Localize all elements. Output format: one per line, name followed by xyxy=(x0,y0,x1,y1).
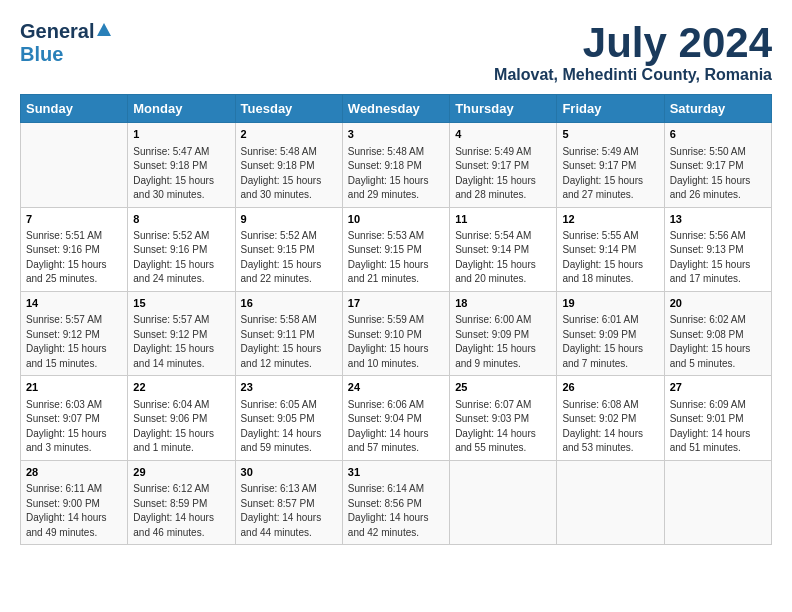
cell-info: Sunrise: 6:09 AM Sunset: 9:01 PM Dayligh… xyxy=(670,398,766,456)
cell-info: Sunrise: 5:48 AM Sunset: 9:18 PM Dayligh… xyxy=(348,145,444,203)
day-number: 14 xyxy=(26,296,122,311)
calendar-cell: 14Sunrise: 5:57 AM Sunset: 9:12 PM Dayli… xyxy=(21,291,128,375)
cell-info: Sunrise: 6:01 AM Sunset: 9:09 PM Dayligh… xyxy=(562,313,658,371)
calendar-cell: 15Sunrise: 5:57 AM Sunset: 9:12 PM Dayli… xyxy=(128,291,235,375)
calendar-cell: 6Sunrise: 5:50 AM Sunset: 9:17 PM Daylig… xyxy=(664,123,771,207)
day-number: 28 xyxy=(26,465,122,480)
logo-general: General xyxy=(20,20,94,43)
day-header-tuesday: Tuesday xyxy=(235,95,342,123)
day-number: 12 xyxy=(562,212,658,227)
day-number: 5 xyxy=(562,127,658,142)
cell-info: Sunrise: 6:13 AM Sunset: 8:57 PM Dayligh… xyxy=(241,482,337,540)
logo: General Blue xyxy=(20,20,112,66)
calendar-cell: 7Sunrise: 5:51 AM Sunset: 9:16 PM Daylig… xyxy=(21,207,128,291)
day-number: 19 xyxy=(562,296,658,311)
cell-info: Sunrise: 5:49 AM Sunset: 9:17 PM Dayligh… xyxy=(562,145,658,203)
cell-info: Sunrise: 6:04 AM Sunset: 9:06 PM Dayligh… xyxy=(133,398,229,456)
calendar-week-row: 21Sunrise: 6:03 AM Sunset: 9:07 PM Dayli… xyxy=(21,376,772,460)
day-header-monday: Monday xyxy=(128,95,235,123)
cell-info: Sunrise: 5:47 AM Sunset: 9:18 PM Dayligh… xyxy=(133,145,229,203)
calendar-cell xyxy=(664,460,771,544)
cell-info: Sunrise: 6:12 AM Sunset: 8:59 PM Dayligh… xyxy=(133,482,229,540)
cell-info: Sunrise: 5:49 AM Sunset: 9:17 PM Dayligh… xyxy=(455,145,551,203)
cell-info: Sunrise: 5:57 AM Sunset: 9:12 PM Dayligh… xyxy=(26,313,122,371)
calendar-cell: 11Sunrise: 5:54 AM Sunset: 9:14 PM Dayli… xyxy=(450,207,557,291)
cell-info: Sunrise: 6:06 AM Sunset: 9:04 PM Dayligh… xyxy=(348,398,444,456)
svg-marker-0 xyxy=(97,23,111,36)
cell-info: Sunrise: 6:05 AM Sunset: 9:05 PM Dayligh… xyxy=(241,398,337,456)
cell-info: Sunrise: 5:54 AM Sunset: 9:14 PM Dayligh… xyxy=(455,229,551,287)
day-number: 16 xyxy=(241,296,337,311)
cell-info: Sunrise: 5:48 AM Sunset: 9:18 PM Dayligh… xyxy=(241,145,337,203)
calendar-cell: 22Sunrise: 6:04 AM Sunset: 9:06 PM Dayli… xyxy=(128,376,235,460)
day-header-wednesday: Wednesday xyxy=(342,95,449,123)
day-number: 26 xyxy=(562,380,658,395)
calendar-cell: 26Sunrise: 6:08 AM Sunset: 9:02 PM Dayli… xyxy=(557,376,664,460)
cell-info: Sunrise: 6:07 AM Sunset: 9:03 PM Dayligh… xyxy=(455,398,551,456)
calendar-cell: 18Sunrise: 6:00 AM Sunset: 9:09 PM Dayli… xyxy=(450,291,557,375)
calendar-cell: 20Sunrise: 6:02 AM Sunset: 9:08 PM Dayli… xyxy=(664,291,771,375)
calendar-cell: 25Sunrise: 6:07 AM Sunset: 9:03 PM Dayli… xyxy=(450,376,557,460)
day-header-sunday: Sunday xyxy=(21,95,128,123)
cell-info: Sunrise: 5:51 AM Sunset: 9:16 PM Dayligh… xyxy=(26,229,122,287)
day-number: 13 xyxy=(670,212,766,227)
day-number: 22 xyxy=(133,380,229,395)
calendar-cell: 28Sunrise: 6:11 AM Sunset: 9:00 PM Dayli… xyxy=(21,460,128,544)
calendar-week-row: 14Sunrise: 5:57 AM Sunset: 9:12 PM Dayli… xyxy=(21,291,772,375)
calendar-cell: 29Sunrise: 6:12 AM Sunset: 8:59 PM Dayli… xyxy=(128,460,235,544)
day-number: 30 xyxy=(241,465,337,480)
day-header-friday: Friday xyxy=(557,95,664,123)
cell-info: Sunrise: 5:55 AM Sunset: 9:14 PM Dayligh… xyxy=(562,229,658,287)
cell-info: Sunrise: 5:58 AM Sunset: 9:11 PM Dayligh… xyxy=(241,313,337,371)
day-header-thursday: Thursday xyxy=(450,95,557,123)
day-number: 10 xyxy=(348,212,444,227)
calendar-cell: 30Sunrise: 6:13 AM Sunset: 8:57 PM Dayli… xyxy=(235,460,342,544)
calendar-week-row: 7Sunrise: 5:51 AM Sunset: 9:16 PM Daylig… xyxy=(21,207,772,291)
calendar-cell xyxy=(557,460,664,544)
cell-info: Sunrise: 5:50 AM Sunset: 9:17 PM Dayligh… xyxy=(670,145,766,203)
day-number: 11 xyxy=(455,212,551,227)
location-title: Malovat, Mehedinti County, Romania xyxy=(494,66,772,84)
calendar-cell: 21Sunrise: 6:03 AM Sunset: 9:07 PM Dayli… xyxy=(21,376,128,460)
calendar-cell: 31Sunrise: 6:14 AM Sunset: 8:56 PM Dayli… xyxy=(342,460,449,544)
calendar-cell: 23Sunrise: 6:05 AM Sunset: 9:05 PM Dayli… xyxy=(235,376,342,460)
calendar-cell: 24Sunrise: 6:06 AM Sunset: 9:04 PM Dayli… xyxy=(342,376,449,460)
day-number: 24 xyxy=(348,380,444,395)
day-number: 18 xyxy=(455,296,551,311)
cell-info: Sunrise: 6:00 AM Sunset: 9:09 PM Dayligh… xyxy=(455,313,551,371)
day-number: 3 xyxy=(348,127,444,142)
day-number: 15 xyxy=(133,296,229,311)
calendar-cell: 9Sunrise: 5:52 AM Sunset: 9:15 PM Daylig… xyxy=(235,207,342,291)
calendar-cell: 19Sunrise: 6:01 AM Sunset: 9:09 PM Dayli… xyxy=(557,291,664,375)
calendar-header-row: SundayMondayTuesdayWednesdayThursdayFrid… xyxy=(21,95,772,123)
cell-info: Sunrise: 6:08 AM Sunset: 9:02 PM Dayligh… xyxy=(562,398,658,456)
cell-info: Sunrise: 5:52 AM Sunset: 9:16 PM Dayligh… xyxy=(133,229,229,287)
cell-info: Sunrise: 6:03 AM Sunset: 9:07 PM Dayligh… xyxy=(26,398,122,456)
day-number: 20 xyxy=(670,296,766,311)
day-header-saturday: Saturday xyxy=(664,95,771,123)
cell-info: Sunrise: 6:14 AM Sunset: 8:56 PM Dayligh… xyxy=(348,482,444,540)
cell-info: Sunrise: 6:02 AM Sunset: 9:08 PM Dayligh… xyxy=(670,313,766,371)
calendar-cell: 12Sunrise: 5:55 AM Sunset: 9:14 PM Dayli… xyxy=(557,207,664,291)
day-number: 23 xyxy=(241,380,337,395)
day-number: 31 xyxy=(348,465,444,480)
logo-blue: Blue xyxy=(20,43,63,66)
day-number: 1 xyxy=(133,127,229,142)
day-number: 29 xyxy=(133,465,229,480)
calendar-cell: 1Sunrise: 5:47 AM Sunset: 9:18 PM Daylig… xyxy=(128,123,235,207)
cell-info: Sunrise: 5:52 AM Sunset: 9:15 PM Dayligh… xyxy=(241,229,337,287)
page-header: General Blue July 2024 Malovat, Mehedint… xyxy=(20,20,772,84)
calendar-cell: 16Sunrise: 5:58 AM Sunset: 9:11 PM Dayli… xyxy=(235,291,342,375)
day-number: 4 xyxy=(455,127,551,142)
day-number: 25 xyxy=(455,380,551,395)
cell-info: Sunrise: 5:57 AM Sunset: 9:12 PM Dayligh… xyxy=(133,313,229,371)
cell-info: Sunrise: 6:11 AM Sunset: 9:00 PM Dayligh… xyxy=(26,482,122,540)
calendar-cell: 4Sunrise: 5:49 AM Sunset: 9:17 PM Daylig… xyxy=(450,123,557,207)
calendar-cell: 17Sunrise: 5:59 AM Sunset: 9:10 PM Dayli… xyxy=(342,291,449,375)
calendar-table: SundayMondayTuesdayWednesdayThursdayFrid… xyxy=(20,94,772,545)
title-area: July 2024 Malovat, Mehedinti County, Rom… xyxy=(494,20,772,84)
cell-info: Sunrise: 5:56 AM Sunset: 9:13 PM Dayligh… xyxy=(670,229,766,287)
day-number: 21 xyxy=(26,380,122,395)
calendar-cell xyxy=(450,460,557,544)
day-number: 8 xyxy=(133,212,229,227)
